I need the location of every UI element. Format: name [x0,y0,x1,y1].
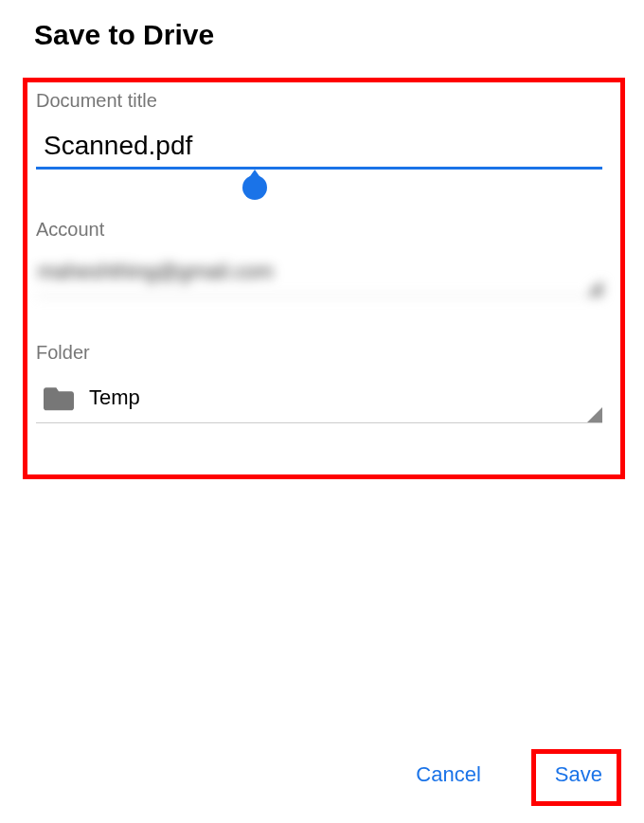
page-title: Save to Drive [34,19,644,51]
folder-field: Folder Temp [36,342,612,423]
folder-icon [44,385,74,411]
dropdown-handle-icon [587,407,602,422]
account-field: Account maheshthing@gmail.com [36,219,612,296]
dropdown-handle-icon [587,280,602,295]
text-cursor-handle-icon[interactable] [242,175,267,200]
account-label: Account [36,219,612,241]
folder-name: Temp [89,385,140,410]
folder-selector[interactable]: Temp [36,375,602,423]
account-dropdown[interactable]: maheshthing@gmail.com [36,252,602,296]
action-bar: Cancel Save [402,753,616,796]
document-title-input[interactable] [36,123,602,170]
save-button[interactable]: Save [542,753,616,796]
account-value-text: maheshthing@gmail.com [38,259,274,283]
document-title-label: Document title [36,90,612,112]
cancel-button[interactable]: Cancel [402,753,493,796]
document-title-field: Document title [36,90,612,170]
folder-label: Folder [36,342,612,364]
